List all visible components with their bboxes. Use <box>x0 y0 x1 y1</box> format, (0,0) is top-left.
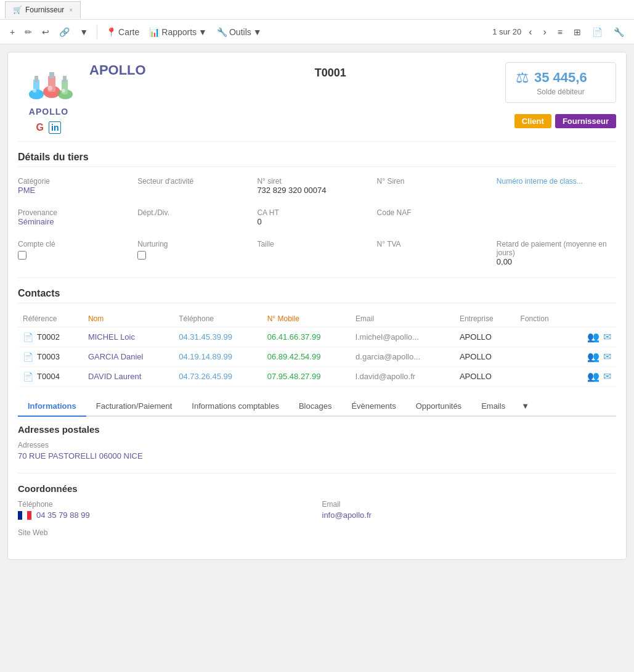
fournisseur-tab[interactable]: 🛒 Fournisseur × <box>5 1 81 18</box>
nom-cell-0[interactable]: MICHEL Loic <box>83 327 174 347</box>
email-value[interactable]: info@apollo.fr <box>322 510 617 520</box>
nom-cell-1[interactable]: GARCIA Daniel <box>83 347 174 367</box>
outils-button[interactable]: 🔧 Outils ▼ <box>213 25 266 39</box>
numero-field: Numéro interne de class... <box>497 174 616 197</box>
taille-field: Taille <box>257 237 376 269</box>
company-logo <box>21 62 76 104</box>
email-cell-2[interactable]: l.david@apollo.fr <box>351 367 455 387</box>
balance-amount: 35 445,6 <box>534 70 587 86</box>
add-button[interactable]: + <box>6 25 18 39</box>
mobile-cell-2[interactable]: 07.95.48.27.99 <box>262 367 351 387</box>
svg-rect-6 <box>49 72 54 78</box>
email-icon-2[interactable]: ✉ <box>603 371 611 382</box>
mobile-cell-0[interactable]: 06.41.66.37.99 <box>262 327 351 347</box>
rapports-chevron-icon: ▼ <box>198 27 207 37</box>
col-reference: Référence <box>18 311 83 327</box>
tel-cell-2[interactable]: 04.73.26.45.99 <box>174 367 262 387</box>
badges: Client Fournisseur <box>514 114 616 128</box>
col-fonction: Fonction <box>516 311 569 327</box>
compte-label: Compte clé <box>18 240 132 248</box>
col-mobile: N° Mobile <box>262 311 351 327</box>
row-doc-icon: 📄 <box>23 332 33 342</box>
telephone-label: Téléphone <box>18 500 312 509</box>
email-icon-0[interactable]: ✉ <box>603 331 611 343</box>
rapports-button[interactable]: 📊 Rapports ▼ <box>145 25 211 39</box>
tab-evenements[interactable]: Évènements <box>341 396 405 417</box>
tab-comptables[interactable]: Informations comptables <box>182 396 289 417</box>
svg-point-10 <box>33 89 36 92</box>
tab-facturation[interactable]: Facturation/Paiement <box>86 396 182 417</box>
retard-value: 0,00 <box>497 257 611 266</box>
tab-more-button[interactable]: ▼ <box>515 396 535 416</box>
svg-rect-3 <box>35 76 38 82</box>
email-cell-0[interactable]: l.michel@apollo... <box>351 327 455 347</box>
fonction-cell-2 <box>516 367 569 387</box>
tva-label: N° TVA <box>377 240 492 248</box>
svg-rect-14 <box>22 511 27 520</box>
adresses-section: Adresses postales Adresses 70 RUE PASTOR… <box>18 424 616 461</box>
toolbar-right: 1 sur 20 ‹ › ≡ ⊞ 📄 🔧 <box>492 25 628 39</box>
email-cell-1[interactable]: d.garcia@apollo... <box>351 347 455 367</box>
adresses-title: Adresses postales <box>18 424 616 435</box>
svg-rect-15 <box>27 511 31 520</box>
company-name: APOLLO <box>89 62 146 78</box>
tab-close-button[interactable]: × <box>69 7 73 14</box>
list-view-button[interactable]: ≡ <box>554 25 566 39</box>
rapports-icon: 📊 <box>149 27 160 37</box>
tab-bar: 🛒 Fournisseur × <box>0 0 634 20</box>
taille-label: Taille <box>257 240 372 248</box>
mobile-cell-1[interactable]: 06.89.42.54.99 <box>262 347 351 367</box>
prev-button[interactable]: ‹ <box>525 25 535 39</box>
secteur-label: Secteur d'activité <box>137 177 252 186</box>
actions-cell-0: 👥 ✉ <box>569 327 616 347</box>
toolbar: + ✏ ↩ 🔗 ▼ 📍 Carte 📊 Rapports ▼ 🔧 Outils … <box>0 20 634 44</box>
settings-button[interactable]: 🔧 <box>610 25 628 39</box>
nom-cell-2[interactable]: DAVID Laurent <box>83 367 174 387</box>
dept-label: Dépt./Div. <box>137 208 252 217</box>
email-icon-1[interactable]: ✉ <box>603 351 611 363</box>
svg-rect-9 <box>63 76 67 82</box>
coordonnees-title: Coordonnées <box>18 483 616 494</box>
details-row-1: Catégorie PME Secteur d'activité N° sire… <box>18 174 616 197</box>
ref-cell-2: 📄 T0004 <box>18 367 83 387</box>
vcard-icon-1[interactable]: 👥 <box>587 351 599 363</box>
balance-row: ⚖ 35 445,6 <box>516 69 606 86</box>
vcard-icon-0[interactable]: 👥 <box>587 331 599 343</box>
tabs-bar: Informations Facturation/Paiement Inform… <box>18 396 616 417</box>
undo-button[interactable]: ↩ <box>38 25 53 39</box>
adresses-label: Adresses <box>18 441 616 449</box>
actions-cell-1: 👥 ✉ <box>569 347 616 367</box>
adresses-value: 70 RUE PASTORELLI 06000 NICE <box>18 451 616 461</box>
outils-chevron-icon: ▼ <box>253 27 262 37</box>
siret-field: N° siret 732 829 320 00074 <box>257 174 376 197</box>
linkedin-link[interactable]: in <box>49 121 61 134</box>
doc-view-button[interactable]: 📄 <box>588 25 606 39</box>
entreprise-cell-1: APOLLO <box>455 347 516 367</box>
tab-informations[interactable]: Informations <box>18 396 86 417</box>
nurturing-checkbox[interactable] <box>137 251 146 260</box>
tab-opportunites[interactable]: Opportunités <box>406 396 471 417</box>
siren-label: N° Siren <box>377 177 492 186</box>
dropdown-button[interactable]: ▼ <box>76 25 92 39</box>
google-link[interactable]: G <box>36 122 44 133</box>
edit-button[interactable]: ✏ <box>21 25 36 39</box>
fournisseur-badge[interactable]: Fournisseur <box>555 114 616 128</box>
grid-view-button[interactable]: ⊞ <box>570 25 585 39</box>
table-row: 📄 T0004 DAVID Laurent 04.73.26.45.99 07.… <box>18 367 616 387</box>
tel-cell-0[interactable]: 04.31.45.39.99 <box>174 327 262 347</box>
compte-checkbox[interactable] <box>18 251 26 260</box>
next-button[interactable]: › <box>540 25 550 39</box>
tab-blocages[interactable]: Blocages <box>289 396 341 417</box>
pagination-label: 1 sur 20 <box>492 27 521 36</box>
actions-cell-2: 👥 ✉ <box>569 367 616 387</box>
balance-box: ⚖ 35 445,6 Solde débiteur <box>505 62 616 103</box>
telephone-value[interactable]: 04 35 79 88 99 <box>36 510 90 520</box>
carte-button[interactable]: 📍 Carte <box>102 25 143 39</box>
tab-emails[interactable]: Emails <box>471 396 515 417</box>
client-badge[interactable]: Client <box>514 114 551 128</box>
col-telephone: Téléphone <box>174 311 262 327</box>
vcard-icon-2[interactable]: 👥 <box>587 371 599 382</box>
tel-cell-1[interactable]: 04.19.14.89.99 <box>174 347 262 367</box>
link-button[interactable]: 🔗 <box>55 25 73 39</box>
categorie-label: Catégorie <box>18 177 132 186</box>
